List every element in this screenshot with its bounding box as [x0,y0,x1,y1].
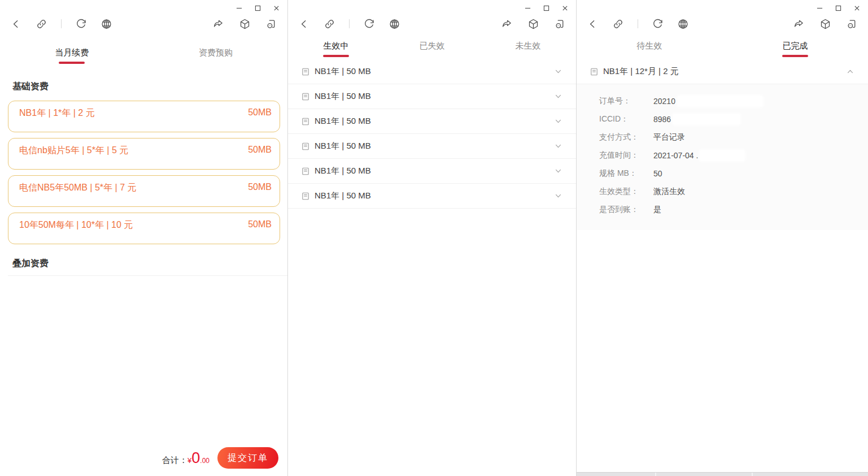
minimize-icon[interactable] [817,5,823,11]
order-list-item[interactable]: NB1年 | 50 MB [288,159,576,184]
fee-card-title: NB1年 | 1*年 | 2 元 [19,107,95,119]
document-icon [302,142,309,150]
close-icon[interactable] [562,5,568,11]
document-icon [302,118,309,126]
detail-value: 50 [653,169,662,178]
maximize-icon[interactable] [255,5,261,11]
toolbar-left-group [587,18,689,30]
total-amount-integer: 0 [191,451,200,466]
fee-card[interactable]: 10年50M每年 | 10*年 | 10 元 50MB [8,213,280,244]
close-icon[interactable] [854,5,860,11]
tab-underline [323,55,349,57]
miniprogram-cube-icon[interactable] [527,18,539,30]
toolbar [577,12,868,35]
chevron-down-icon [554,167,562,175]
currency-symbol: ¥ [187,456,191,465]
order-list-item[interactable]: NB1年 | 50 MB [288,184,576,209]
fee-card-quota: 50MB [248,145,272,155]
order-item-title: NB1年 | 50 MB [315,66,371,77]
detail-row-spec-mb: 规格 MB： 50 [599,165,854,183]
link-icon[interactable] [612,18,624,30]
detail-value: 是 [653,205,661,215]
titlebar [577,0,868,12]
toolbar-divider [638,19,638,28]
fee-card-title: 电信nb贴片5年 | 5*年 | 5 元 [19,145,128,157]
document-icon [302,93,309,101]
fee-card[interactable]: 电信NB5年50MB | 5*年 | 7 元 50MB [8,175,280,207]
fee-card-quota: 50MB [248,182,272,192]
tab-not-effective[interactable]: 未生效 [480,40,576,57]
order-item-title: NB1年 | 50 MB [315,91,371,102]
refresh-icon[interactable] [652,18,664,30]
tab-label: 已失效 [419,40,444,52]
order-footer-bar: 合计： ¥ 0 .00 提交订单 [0,440,287,476]
tab-label: 待生效 [637,40,662,52]
order-list: NB1年 | 12*月 | 2 元 [577,59,868,84]
taskbar-strip [577,472,868,476]
globe-icon[interactable] [677,18,689,30]
maximize-icon[interactable] [543,5,549,11]
refresh-icon[interactable] [363,18,375,30]
toolbar-divider [349,19,350,28]
tab-bar: 当月续费 资费预购 [0,46,287,64]
link-icon[interactable] [36,18,47,30]
tab-completed[interactable]: 已完成 [722,40,868,57]
detail-row-effect-type: 生效类型： 激活生效 [599,183,854,201]
maximize-icon[interactable] [835,5,841,11]
document-icon [302,167,309,175]
back-icon[interactable] [298,18,310,30]
share-icon[interactable] [212,18,224,30]
refresh-icon[interactable] [75,18,87,30]
tab-fee-prepurchase[interactable]: 资费预购 [144,46,288,64]
tab-underline [419,55,445,57]
order-item-title: NB1年 | 12*月 | 2 元 [603,66,679,77]
order-list-item[interactable]: NB1年 | 50 MB [288,84,576,109]
detail-row-credited: 是否到账： 是 [599,201,854,219]
tab-label: 生效中 [323,40,348,52]
miniprogram-cube-icon[interactable] [819,18,831,30]
redaction-mask [673,114,740,124]
globe-icon[interactable] [101,18,112,30]
tab-underline [782,55,808,57]
tab-underline [515,55,541,57]
toolbar-left-group [298,18,400,30]
float-window-icon[interactable] [846,18,858,30]
expanded-order-item[interactable]: NB1年 | 12*月 | 2 元 [577,59,868,84]
order-detail-panel: 订单号： 20210 ICCID： 8986 支付方式： 平台记录 充值时间： … [577,84,868,230]
toolbar-left-group [10,18,112,30]
float-window-icon[interactable] [554,18,566,30]
back-icon[interactable] [587,18,599,30]
link-icon[interactable] [324,18,335,30]
minimize-icon[interactable] [525,5,531,11]
fee-card-list: NB1年 | 1*年 | 2 元 50MB 电信nb贴片5年 | 5*年 | 5… [8,101,280,244]
tab-pending-effect[interactable]: 待生效 [577,40,722,57]
order-total: 合计： ¥ 0 .00 [162,451,210,466]
total-amount-decimal: .00 [200,457,210,465]
chevron-down-icon [554,142,562,150]
renewal-window: 当月续费 资费预购 基础资费 NB1年 | 1*年 | 2 元 50MB 电信n… [0,0,288,476]
order-list-item[interactable]: NB1年 | 50 MB [288,109,576,134]
share-icon[interactable] [501,18,513,30]
order-item-title: NB1年 | 50 MB [315,141,371,152]
order-list-item[interactable]: NB1年 | 50 MB [288,134,576,159]
submit-order-button[interactable]: 提交订单 [217,447,278,469]
toolbar-divider [61,19,62,28]
fee-card[interactable]: NB1年 | 1*年 | 2 元 50MB [8,101,280,132]
section-title-addon-fee: 叠加资费 [12,258,275,270]
share-icon[interactable] [793,18,805,30]
minimize-icon[interactable] [236,5,242,11]
fee-card[interactable]: 电信nb贴片5年 | 5*年 | 5 元 50MB [8,138,280,170]
miniprogram-cube-icon[interactable] [239,18,251,30]
float-window-icon[interactable] [265,18,277,30]
tab-in-effect[interactable]: 生效中 [288,40,384,57]
back-icon[interactable] [10,18,22,30]
detail-value: 8986 [653,114,740,124]
globe-icon[interactable] [389,18,400,30]
tab-label: 当月续费 [55,46,89,59]
order-item-title: NB1年 | 50 MB [315,116,371,127]
close-icon[interactable] [273,5,280,11]
tab-expired[interactable]: 已失效 [384,40,480,57]
tab-current-month-renewal[interactable]: 当月续费 [0,46,144,64]
order-list-item[interactable]: NB1年 | 50 MB [288,59,576,84]
fee-card-quota: 50MB [248,107,272,118]
